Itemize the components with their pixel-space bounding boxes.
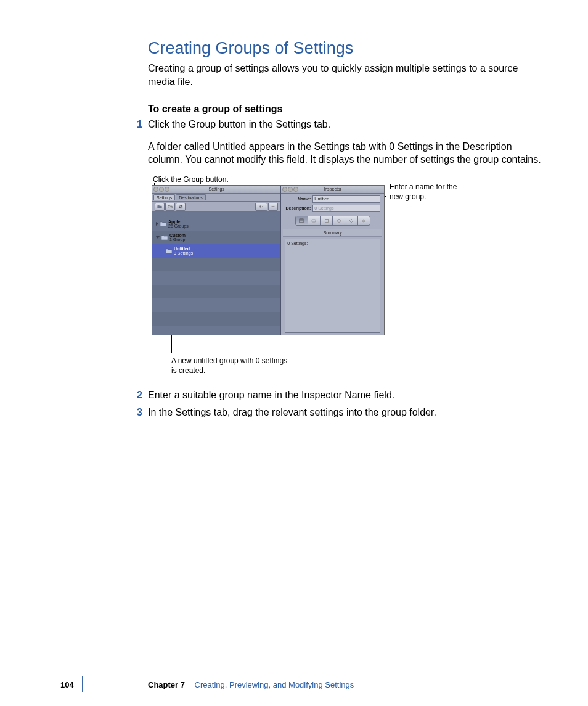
- seg-frame-icon[interactable]: [321, 216, 333, 225]
- inspector-titlebar: Inspector: [281, 186, 384, 194]
- svg-rect-7: [312, 220, 316, 222]
- inspector-segmented-control[interactable]: [295, 216, 370, 226]
- callout-right: Enter a name for the new group.: [390, 183, 470, 202]
- duplicate-button[interactable]: [176, 203, 186, 211]
- tab-destinations[interactable]: Destinations: [176, 194, 206, 200]
- folder-icon: [160, 221, 166, 226]
- figure: Click the Group button. Enter a name for…: [148, 175, 542, 385]
- inspector-panel: Inspector Name: Untitled Description: 0 …: [281, 186, 384, 335]
- tree-item-selected[interactable]: Untitled 0 Settings: [152, 244, 280, 258]
- inspector-title: Inspector: [324, 187, 341, 191]
- traffic-lights: [282, 187, 298, 192]
- procedure-subhead: To create a group of settings: [148, 102, 542, 116]
- tree-item-name: Untitled: [174, 247, 193, 251]
- tree-item-sub: 0 Settings: [174, 251, 193, 255]
- step-3: In the Settings tab, drag the relevant s…: [148, 406, 542, 419]
- callout-bottom: A new untitled group with 0 settings is …: [171, 356, 295, 376]
- settings-title: Settings: [209, 187, 224, 191]
- step-1: Click the Group button in the Settings t…: [148, 118, 542, 385]
- disclosure-triangle-icon[interactable]: [156, 222, 158, 226]
- seg-geometry-icon[interactable]: [345, 216, 357, 225]
- svg-rect-0: [179, 205, 182, 208]
- tree-item-name: Custom: [169, 233, 186, 237]
- page-number: 104: [60, 679, 74, 691]
- settings-tabs: Settings Destinations: [152, 194, 280, 202]
- step-1-text: Click the Group button in the Settings t…: [148, 119, 330, 129]
- seg-filters-icon[interactable]: [333, 216, 345, 225]
- tree-item-sub: 26 Groups: [168, 224, 189, 228]
- settings-tree[interactable]: Apple 26 Groups Custom: [152, 212, 280, 335]
- svg-point-11: [363, 220, 364, 221]
- svg-rect-5: [300, 219, 303, 223]
- description-label: Description:: [285, 205, 311, 211]
- chapter-label: Chapter 7: [148, 680, 185, 689]
- seg-actions-icon[interactable]: [358, 216, 370, 225]
- folder-button[interactable]: [165, 203, 175, 211]
- seg-encoder-icon[interactable]: [308, 216, 321, 225]
- chapter-title: Creating, Previewing, and Modifying Sett…: [195, 680, 354, 689]
- disclosure-triangle-icon[interactable]: [156, 236, 160, 239]
- svg-rect-1: [180, 206, 182, 208]
- summary-label: Summary: [283, 229, 382, 237]
- page-heading: Creating Groups of Settings: [148, 37, 542, 59]
- remove-button[interactable]: [268, 203, 278, 211]
- settings-panel: Settings Settings Destinations: [152, 186, 281, 335]
- description-field: 0 Settings: [312, 205, 380, 212]
- name-field[interactable]: Untitled: [312, 195, 380, 203]
- tree-item-sub: 1 Group: [169, 237, 186, 242]
- tree-item-name: Apple: [168, 220, 189, 224]
- step-1-detail: A folder called Untitled appears in the …: [148, 140, 542, 166]
- tab-settings[interactable]: Settings: [153, 194, 175, 200]
- svg-rect-8: [325, 220, 328, 223]
- add-button[interactable]: [255, 203, 267, 211]
- settings-titlebar: Settings: [152, 186, 280, 194]
- screenshot: Settings Settings Destinations: [152, 185, 385, 335]
- callout-top: Click the Group button.: [153, 175, 276, 185]
- seg-summary-icon[interactable]: [296, 216, 308, 225]
- step-2: Enter a suitable group name in the Inspe…: [148, 388, 542, 402]
- name-label: Name:: [285, 196, 311, 202]
- footer-rule: [82, 676, 83, 692]
- intro-paragraph: Creating a group of settings allows you …: [148, 62, 542, 88]
- step-2-text: Enter a suitable group name in the Inspe…: [148, 390, 394, 400]
- settings-toolbar: [152, 202, 280, 212]
- folder-icon: [166, 248, 172, 253]
- step-3-text: In the Settings tab, drag the relevant s…: [148, 407, 436, 417]
- summary-body: 0 Settings:: [285, 239, 380, 333]
- svg-point-9: [337, 220, 340, 223]
- group-button[interactable]: [155, 203, 165, 211]
- traffic-lights: [153, 187, 169, 192]
- folder-icon: [161, 235, 168, 240]
